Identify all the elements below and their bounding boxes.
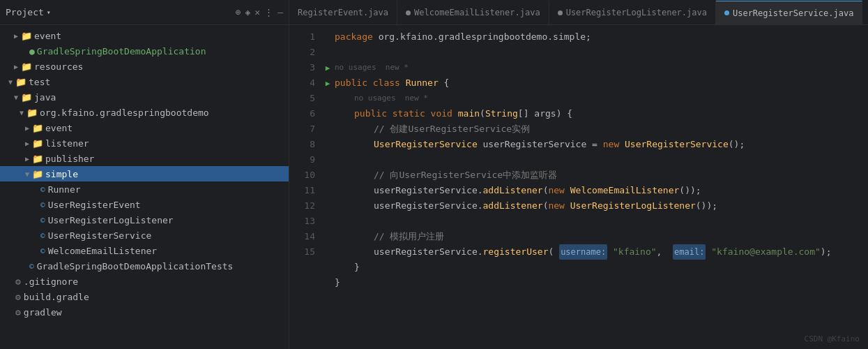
arrow-event2: ▶	[22, 124, 32, 132]
parens-9: ());	[679, 183, 701, 198]
tree-item-listener[interactable]: ▶ 📁 listener	[0, 135, 289, 151]
run-3[interactable]: ▶	[321, 60, 335, 75]
tree-item-gradlew[interactable]: ⚙ gradlew	[0, 304, 289, 320]
run-9: ▶	[321, 152, 335, 168]
kw-new: new	[603, 137, 625, 152]
tree-item-event2[interactable]: ▶ 📁 event	[0, 120, 289, 135]
code-line-nousages: no usages new *	[335, 91, 857, 106]
code-lines[interactable]: package org.kfaino.gradlespringbootdemo.…	[335, 28, 868, 346]
arrow-org: ▼	[17, 109, 26, 117]
kw-package: package	[335, 29, 379, 45]
minimize-icon[interactable]: —	[277, 7, 283, 17]
str-email: "kfaino@example.com"	[706, 244, 820, 260]
cls-runner: Runner	[406, 75, 444, 91]
folder-icon-test: 📁	[15, 77, 26, 87]
code-line-12: // 模拟用户注册	[335, 229, 857, 244]
tab-label-register-event: RegisterEvent.java	[298, 8, 388, 17]
add-icon[interactable]: ⊕	[236, 7, 241, 17]
tree-item-event[interactable]: ▶ 📁 event	[0, 28, 289, 43]
expand-icon[interactable]: ◈	[245, 7, 251, 17]
code-line-13: userRegisterService.registerUser( userna…	[335, 244, 857, 260]
ln-15: 15	[289, 244, 315, 260]
ln-4: 4	[289, 75, 315, 91]
code-9: userRegisterService.	[374, 183, 483, 198]
tree-item-userservice[interactable]: © UserRegisterService	[0, 228, 289, 243]
run-4[interactable]: ▶	[321, 75, 335, 91]
no-usages-main: no usages new *	[354, 91, 428, 106]
parens-13b: );	[821, 244, 832, 260]
tree-item-userevent[interactable]: © UserRegisterEvent	[0, 197, 289, 212]
tab-register-event[interactable]: RegisterEvent.java	[289, 1, 397, 24]
code-9b: (	[543, 183, 549, 198]
fn-add1: addListener	[483, 183, 543, 198]
sidebar-header: Project ▾ ⊕ ◈ ✕ ⋮ —	[0, 0, 289, 25]
ln-9: 9	[289, 152, 315, 168]
tree-item-gitignore[interactable]: ⚙ .gitignore	[0, 274, 289, 289]
tree-item-welcomelistener[interactable]: © WelcomeEmailListener	[0, 243, 289, 258]
arrow-gitignore	[6, 278, 15, 285]
class-icon-userevent: ©	[40, 200, 45, 209]
run-gutter: ▶ ▶ ▶ ▶ ▶ ▶ ▶ ▶ ▶ ▶ ▶ ▶ ▶ ▶ ▶	[321, 28, 335, 346]
tree-item-java[interactable]: ▼ 📁 java	[0, 89, 289, 105]
arrow-gradle-app	[20, 47, 29, 55]
label-event: event	[34, 31, 61, 41]
cmt-12: // 模拟用户注册	[374, 229, 444, 244]
arrow-resources: ▶	[11, 63, 21, 70]
file-tree: ▶ 📁 event ● GradleSpringBootDemoApplicat…	[0, 25, 289, 349]
run-8: ▶	[321, 137, 335, 152]
label-org: org.kfaino.gradlespringbootdemo	[40, 107, 209, 118]
code-line-5: // 创建UserRegisterService实例	[335, 121, 857, 137]
tab-userlog-listener[interactable]: UserRegisterLogListener.java	[549, 1, 716, 24]
label-java: java	[34, 92, 56, 103]
class-icon-welcomelistener: ©	[40, 246, 45, 255]
tree-item-resources[interactable]: ▶ 📁 resources	[0, 59, 289, 74]
label-apptest: GradleSpringBootDemoApplicationTests	[37, 261, 234, 272]
tree-item-gradle-app[interactable]: ● GradleSpringBootDemoApplication	[0, 43, 289, 59]
run-14: ▶	[321, 229, 335, 244]
code-10: userRegisterService.	[374, 198, 483, 214]
tree-item-org[interactable]: ▼ 📁 org.kfaino.gradlespringbootdemo	[0, 105, 289, 120]
code-line-1: package org.kfaino.gradlespringbootdemo.…	[335, 29, 857, 45]
arrow-userservice	[31, 232, 40, 239]
code-10b: (	[543, 198, 549, 214]
cmt-5: // 创建UserRegisterService实例	[374, 121, 530, 137]
tree-item-apptest[interactable]: © GradleSpringBootDemoApplicationTests	[0, 258, 289, 274]
kw-void: void	[431, 106, 458, 121]
ln-11: 11	[289, 183, 315, 198]
run-12: ▶	[321, 198, 335, 214]
tree-item-test[interactable]: ▼ 📁 test	[0, 74, 289, 89]
tree-item-buildgradle[interactable]: ⚙ build.gradle	[0, 289, 289, 304]
class-icon-userservice: ©	[40, 231, 45, 240]
tree-item-publisher[interactable]: ▶ 📁 publisher	[0, 151, 289, 166]
tree-item-runner[interactable]: © Runner	[0, 181, 289, 197]
code-line-4: public static void main(String[] args) {	[335, 106, 857, 121]
editor: RegisterEvent.java WelcomeEmailListener.…	[289, 0, 868, 349]
label-runner: Runner	[48, 184, 81, 195]
folder-icon-java: 📁	[21, 92, 32, 103]
kw-new2: new	[548, 183, 570, 198]
folder-icon-event: 📁	[21, 31, 32, 41]
cmt-8: // 向UserRegisterService中添加监听器	[374, 168, 557, 183]
kw-public: public	[335, 75, 373, 91]
tree-item-simple[interactable]: ▼ 📁 simple	[0, 166, 289, 181]
fn-add2: addListener	[483, 198, 543, 214]
tab-label-userregister-service: UserRegisterService.java	[733, 8, 853, 18]
ln-13: 13	[289, 214, 315, 229]
arrow-event: ▶	[11, 32, 21, 40]
arrow-buildgradle	[6, 293, 15, 301]
ln-6: 6	[289, 106, 315, 121]
code-line-3: no usages new *	[335, 60, 857, 75]
close-icon[interactable]: ✕	[254, 7, 260, 17]
fn-main: main	[458, 106, 480, 121]
code-area: 1 2 3 4 5 6 7 8 9 10 11 12 13 14 15 ▶ ▶ …	[289, 25, 868, 349]
label-listener: listener	[45, 138, 89, 149]
code-line-15: }	[335, 275, 857, 290]
more-icon[interactable]: ⋮	[264, 7, 273, 17]
str-kfaino: "kfaino"	[607, 244, 656, 260]
tree-item-userloglistener[interactable]: © UserRegisterLogListener	[0, 212, 289, 228]
tab-welcome-listener[interactable]: WelcomeEmailListener.java	[397, 1, 549, 24]
run-5: ▶	[321, 91, 335, 106]
arr-main: [] args) {	[518, 106, 572, 121]
label-resources: resources	[34, 61, 83, 72]
tab-userregister-service[interactable]: UserRegisterService.java	[716, 1, 862, 24]
